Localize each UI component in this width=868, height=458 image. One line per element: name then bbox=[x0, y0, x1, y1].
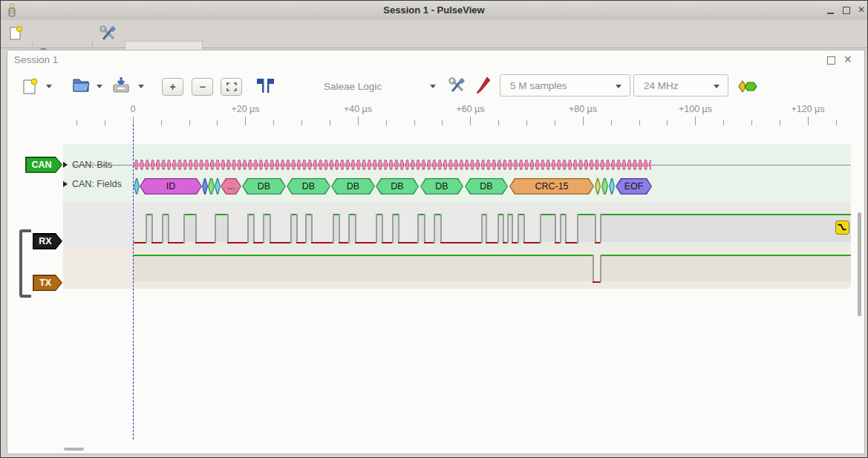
ruler-tick bbox=[583, 117, 584, 125]
rx-wave-high-fill bbox=[540, 214, 555, 242]
decode-field-db: DB bbox=[420, 178, 463, 194]
rx-wave-edge bbox=[270, 214, 271, 243]
decode-field-db: DB bbox=[465, 178, 508, 194]
rx-wave-edge bbox=[523, 214, 525, 243]
rx-wave-edge bbox=[215, 214, 216, 243]
decode-field-fill bbox=[602, 179, 607, 194]
rx-wave-low-segment bbox=[512, 242, 518, 243]
ruler-tick bbox=[161, 120, 162, 125]
tx-wave-edge bbox=[593, 255, 594, 283]
rx-wave-edge bbox=[263, 214, 264, 243]
falling-edge-icon bbox=[836, 221, 848, 233]
decoder-bits-train bbox=[134, 157, 651, 173]
rx-wave-edge bbox=[417, 214, 419, 243]
rx-wave-edge bbox=[392, 214, 394, 243]
rx-wave-low-segment bbox=[195, 242, 215, 243]
rx-wave-low-segment bbox=[382, 242, 392, 243]
rx-wave-high-segment bbox=[215, 214, 227, 215]
ruler-tick bbox=[555, 120, 555, 125]
rx-wave-edge bbox=[227, 214, 229, 243]
rx-wave-edge bbox=[600, 214, 601, 243]
rx-wave-low-segment bbox=[311, 242, 333, 243]
rx-wave-high-fill bbox=[215, 214, 227, 242]
decode-field-fill: DB bbox=[466, 179, 507, 194]
decode-field-fill: DB bbox=[243, 179, 285, 194]
ruler-tick bbox=[245, 117, 246, 125]
rx-wave-edge bbox=[333, 214, 334, 243]
decode-field-eof: EOF bbox=[616, 178, 652, 194]
rx-wave-edge bbox=[540, 214, 541, 243]
decode-field-crc15: CRC-15 bbox=[509, 178, 594, 194]
rx-wave-low-segment bbox=[253, 242, 263, 243]
ruler-label: +100 µs bbox=[662, 104, 729, 114]
rx-wave-edge bbox=[183, 214, 185, 243]
decode-field-fill bbox=[215, 179, 220, 194]
rx-wave-edge bbox=[560, 214, 561, 243]
decode-field-fill bbox=[595, 179, 600, 194]
decode-field-fill bbox=[203, 179, 207, 194]
ruler-tick bbox=[217, 120, 218, 125]
rx-wave-low-segment bbox=[398, 242, 417, 243]
decoder-tag-can[interactable]: CAN bbox=[25, 157, 62, 173]
rx-wave-edge bbox=[434, 214, 435, 243]
ruler-tick bbox=[751, 120, 752, 125]
rx-wave-edge bbox=[577, 214, 578, 243]
ruler-tick bbox=[695, 117, 696, 125]
rx-wave-edge bbox=[296, 214, 298, 243]
vertical-scrollbar-handle[interactable] bbox=[858, 212, 861, 316]
decode-field-db: DB bbox=[331, 178, 375, 194]
trace-view: 0+20 µs+40 µs+60 µs+80 µs+100 µs+120 µsI… bbox=[1, 1, 867, 457]
rx-wave-low-segment bbox=[565, 242, 577, 243]
rx-wave-edge bbox=[195, 214, 197, 243]
rx-wave-low-segment bbox=[151, 242, 162, 243]
pulseview-window: Session 1 - PulseView ✕ Run Se bbox=[0, 0, 868, 458]
ruler-tick bbox=[330, 120, 330, 125]
ruler-tick bbox=[358, 117, 359, 125]
rx-wave-edge bbox=[305, 214, 307, 243]
ruler-label: +80 µs bbox=[549, 104, 616, 114]
rx-wave-edge bbox=[151, 214, 153, 243]
rx-wave-low-segment bbox=[595, 242, 600, 243]
tx-wave-low-segment bbox=[593, 281, 600, 283]
rx-wave-edge bbox=[512, 214, 513, 243]
tx-wave-high-segment bbox=[600, 255, 851, 256]
decode-field-fill: EOF bbox=[616, 179, 651, 194]
decode-field-fill: DB bbox=[287, 179, 330, 194]
rx-wave-edge bbox=[440, 214, 442, 243]
rx-wave-low-segment bbox=[440, 242, 481, 243]
rx-wave-high-segment bbox=[540, 214, 555, 215]
rx-wave-edge bbox=[481, 214, 483, 243]
decode-field-fill bbox=[209, 179, 214, 194]
rx-wave-high-segment bbox=[577, 214, 595, 215]
rx-wave-low-segment bbox=[134, 242, 146, 243]
horizontal-scrollbar-handle[interactable] bbox=[64, 448, 84, 451]
tx-wave-edge bbox=[600, 255, 601, 283]
rx-wave-edge bbox=[555, 214, 556, 243]
rx-wave-edge bbox=[162, 214, 163, 243]
rx-wave-low-segment bbox=[227, 242, 247, 243]
ruler-tick bbox=[780, 120, 780, 125]
ruler-tick bbox=[273, 120, 274, 125]
rx-wave-high-fill bbox=[600, 214, 851, 242]
decoder-tag-label: CAN bbox=[27, 158, 62, 172]
channel-tag-label: RX bbox=[34, 235, 62, 249]
ruler-label: +20 µs bbox=[212, 104, 279, 114]
rx-wave-edge bbox=[497, 214, 499, 243]
ruler-label: 0 bbox=[99, 104, 166, 114]
rx-wave-low-segment bbox=[424, 242, 434, 243]
channel-group-bracket bbox=[19, 229, 31, 298]
ruler-tick bbox=[414, 120, 415, 125]
rx-wave-edge bbox=[348, 214, 350, 243]
ruler-tick bbox=[301, 120, 302, 125]
decode-field-fill: DB bbox=[332, 179, 374, 194]
rx-wave-high-fill bbox=[577, 214, 595, 242]
ruler-tick bbox=[836, 120, 837, 125]
ruler-tick bbox=[667, 120, 668, 125]
decode-field-fill bbox=[610, 179, 614, 194]
expand-arrow-icon[interactable] bbox=[63, 162, 68, 168]
tx-wave-high-fill bbox=[134, 255, 593, 281]
trigger-badge[interactable] bbox=[835, 220, 849, 235]
rx-wave-edge bbox=[398, 214, 399, 243]
expand-arrow-icon[interactable] bbox=[63, 181, 68, 187]
ruler-tick bbox=[189, 120, 190, 125]
